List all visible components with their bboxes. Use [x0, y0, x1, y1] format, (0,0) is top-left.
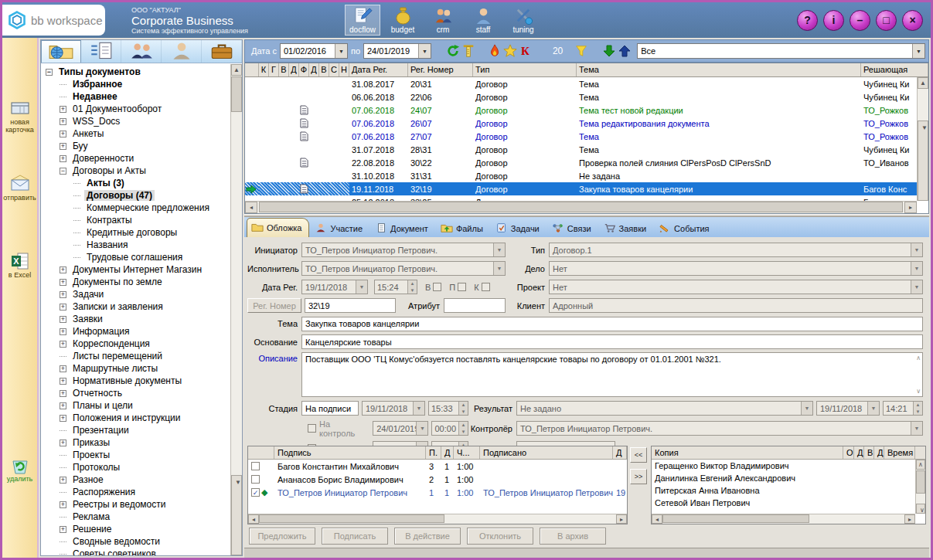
tree-item[interactable]: +Анкеты	[44, 127, 242, 140]
tree-item[interactable]: +Задачи	[44, 288, 242, 300]
basis-field[interactable]: Канцелярские товары	[301, 334, 923, 349]
grid-header-flag[interactable]: С	[329, 63, 339, 76]
grid-header-type[interactable]: Тип	[473, 63, 577, 76]
tab-задачи[interactable]: Задачи	[492, 220, 547, 237]
tree-expander-icon[interactable]: +	[60, 415, 66, 422]
regdate-combo[interactable]: 19/11/2018▼	[301, 280, 368, 294]
chevron-down-icon[interactable]: ▼	[911, 280, 922, 294]
refresh-icon[interactable]	[445, 43, 461, 59]
tree-item[interactable]: −Договоры и Акты	[44, 165, 242, 177]
tab-события[interactable]: События	[655, 220, 716, 237]
grid-header-flag[interactable]: К	[259, 63, 269, 76]
module-crm[interactable]: crm	[425, 5, 461, 36]
tree-tab-people[interactable]	[121, 40, 162, 63]
grid-header-flag[interactable]: В	[319, 63, 329, 76]
tree-item[interactable]: +Отчетность	[44, 387, 242, 399]
scroll-left-arrow[interactable]: ◂	[245, 202, 257, 213]
table-row[interactable]: 31.07.201828\31ДоговорТемаЧубинец Ки	[245, 143, 928, 156]
tree-item[interactable]: +Реестры и ведомости	[44, 498, 242, 511]
tree-item[interactable]: Листы перемещений	[44, 350, 242, 362]
scroll-left-arrow[interactable]: ◂	[652, 514, 662, 524]
send-button[interactable]: отправить	[2, 174, 37, 202]
grid-header-flag[interactable]: Д	[309, 63, 319, 76]
table-row[interactable]: 19.11.201832\19ДоговорЗакупка товаров ка…	[245, 182, 928, 195]
предложить-button[interactable]: Предложить	[249, 528, 315, 545]
tree-expander-icon[interactable]: +	[60, 106, 66, 113]
scroll-thumb[interactable]	[662, 514, 809, 523]
tree-item[interactable]: +Доверенности	[44, 152, 242, 165]
tree-item[interactable]: +Маршрутные листы	[44, 362, 242, 375]
table-row[interactable]: 31.10.201831\31ДоговорНе задана	[245, 169, 928, 182]
scroll-down-arrow[interactable]: ∨	[916, 388, 921, 395]
copy-header[interactable]: Д	[874, 446, 884, 459]
stage-time-spinner[interactable]: 15:33▲▼	[428, 401, 468, 416]
chevron-down-icon[interactable]: ▼	[413, 402, 424, 415]
oncontrol-time-spinner[interactable]: 00:00▲▼	[431, 421, 468, 436]
table-row[interactable]: 22.08.201830\22ДоговорПроверка полей сли…	[245, 156, 928, 169]
tree-expander-icon[interactable]: +	[60, 266, 66, 273]
scroll-up-arrow[interactable]: ∧	[916, 355, 921, 361]
move-left-button[interactable]: <<	[630, 447, 647, 463]
tab-заявки[interactable]: Заявки	[600, 220, 654, 237]
module-tuning[interactable]: tuning	[506, 5, 541, 36]
arrow-down-icon[interactable]	[601, 43, 617, 59]
help-button[interactable]: ?	[797, 10, 818, 31]
chevron-down-icon[interactable]: ▼	[912, 44, 924, 58]
tab-участие[interactable]: Участие	[311, 220, 369, 237]
sig-header[interactable]: П.	[426, 446, 441, 459]
result-time-spinner[interactable]: 14:21▲▼	[883, 401, 923, 416]
scroll-down-arrow[interactable]: ▼	[231, 475, 242, 555]
table-row[interactable]: 31.08.201720\31ДоговорТемаЧубинец Ки	[245, 77, 928, 90]
grid-header-date[interactable]: Дата Рег.	[349, 63, 408, 76]
scroll-right-arrow[interactable]: ▸	[904, 514, 915, 524]
tree-expander-icon[interactable]: +	[60, 501, 66, 508]
oncontrol-date-combo[interactable]: 24/01/2019▼	[373, 421, 428, 436]
signature-checkbox[interactable]: ✓	[251, 488, 260, 497]
chevron-down-icon[interactable]: ▼	[911, 422, 922, 435]
tree-tab-briefcase[interactable]	[202, 40, 242, 63]
delete-button[interactable]: удалить	[2, 455, 37, 483]
tree-expander-icon[interactable]: +	[60, 279, 66, 286]
table-row[interactable]: 06.06.201822\06ДоговорТемаЧубинец Ки	[245, 90, 928, 104]
tree-expander-icon[interactable]: +	[60, 316, 66, 323]
arrow-up-icon[interactable]	[617, 43, 632, 59]
to-excel-button[interactable]: Xв Excel	[2, 251, 37, 279]
scroll-up-arrow[interactable]: ▲	[918, 77, 928, 89]
tree-item[interactable]: Избранное	[44, 78, 242, 90]
signature-row[interactable]: Багов Константин Михайлович311:00	[248, 460, 627, 473]
grid-header-flag[interactable]: Ф	[299, 63, 309, 76]
module-budget[interactable]: budget	[385, 5, 421, 36]
case-combo[interactable]: Нет▼	[549, 261, 923, 276]
tree-item[interactable]: +Нормативные документы	[44, 375, 242, 387]
regnum-field[interactable]: 32\19	[305, 298, 396, 313]
chevron-down-icon[interactable]: ▼	[911, 262, 922, 275]
copy-row[interactable]: Геращенко Виктор Владимирович	[652, 460, 925, 472]
tree-item[interactable]: Советы советников	[44, 548, 242, 555]
tree-expander-icon[interactable]: +	[60, 155, 66, 162]
chevron-down-icon[interactable]: ▼	[493, 243, 505, 256]
tree-item[interactable]: +Буу	[44, 140, 242, 152]
tree-item[interactable]: +Разное	[44, 473, 242, 486]
signature-row[interactable]: Ананасов Борис Владимирович211:00	[248, 473, 627, 486]
tree-expander-icon[interactable]: −	[60, 168, 66, 175]
tree-item[interactable]: +01 Документооборот	[44, 103, 242, 115]
chevron-down-icon[interactable]: ▼	[911, 243, 922, 256]
regtime-spinner[interactable]: 15:24▲▼	[374, 280, 417, 294]
tree-item[interactable]: +Планы и цели	[44, 399, 242, 412]
chevron-down-icon[interactable]: ▼	[416, 422, 427, 435]
в-архив-button[interactable]: В архив	[540, 528, 606, 545]
table-row[interactable]: 07.06.201826\07ДоговорТема редактировани…	[245, 117, 928, 130]
tree-item[interactable]: Названия	[44, 239, 242, 251]
date-from-combo[interactable]: 01/02/2016 ▼	[280, 43, 348, 59]
scroll-right-arrow[interactable]: ▸	[904, 202, 917, 213]
sig-header[interactable]: Подпись	[274, 446, 426, 459]
tree-expander-icon[interactable]: +	[60, 378, 66, 385]
tree-item[interactable]: −Типы документов	[44, 66, 242, 78]
tree-expander-icon[interactable]: +	[60, 131, 66, 137]
tree-expander-icon[interactable]: +	[60, 390, 66, 397]
scroll-right-arrow[interactable]: ▸	[616, 514, 627, 524]
signature-checkbox[interactable]	[251, 475, 260, 484]
tree-expander-icon[interactable]: +	[60, 477, 66, 484]
tree-item[interactable]: +Информация	[44, 325, 242, 338]
copy-row[interactable]: Сетевой Иван Петрович	[652, 497, 925, 509]
